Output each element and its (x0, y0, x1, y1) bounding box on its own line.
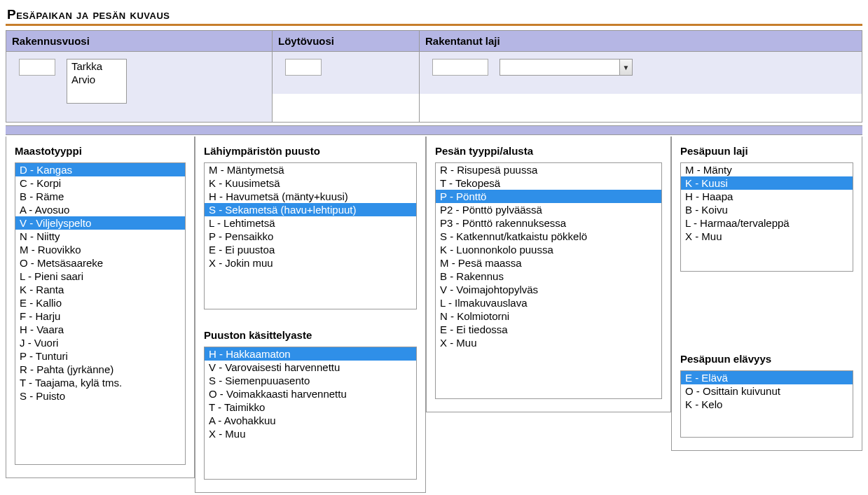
chevron-down-icon: ▼ (619, 60, 632, 75)
rakennusvuosi-precision-list[interactable]: TarkkaArvio (67, 59, 127, 104)
pesatyyppi-label: Pesän tyyppi/alusta (435, 145, 662, 157)
list-item[interactable]: K - Kuusi (681, 176, 853, 190)
rakentanut-laji-dropdown[interactable]: ▼ (500, 59, 633, 76)
list-item[interactable]: P - Tunturi (15, 349, 185, 363)
list-item[interactable]: P - Pensaikko (205, 230, 416, 243)
list-item[interactable]: R - Pahta (jyrkänne) (15, 363, 185, 376)
list-item[interactable]: P2 - Pönttö pylväässä (436, 203, 661, 216)
list-item[interactable]: B - Räme (15, 190, 185, 203)
list-item[interactable]: O - Metsäsaareke (15, 256, 185, 270)
list-item[interactable]: M - Mänty (681, 163, 853, 176)
rakennusvuosi-label: Rakennusvuosi (6, 31, 272, 52)
col-pesapuu: Pesäpuun laji M - MäntyK - KuusiH - Haap… (671, 137, 862, 451)
list-item[interactable]: E - Kallio (15, 296, 185, 309)
list-item[interactable]: P3 - Pönttö rakennuksessa (436, 216, 661, 230)
list-item[interactable]: F - Harju (15, 309, 185, 323)
rakentanut-laji-dropdown-value (500, 60, 619, 75)
list-item[interactable]: L - Ilmakuvauslava (436, 296, 661, 309)
rakentanut-laji-label: Rakentanut laji (420, 31, 862, 52)
elavyys-label: Pesäpuun elävyys (680, 353, 853, 365)
list-item[interactable]: S - Sekametsä (havu+lehtipuut) (205, 203, 416, 216)
list-item[interactable]: O - Voimakkaasti harvennettu (205, 387, 416, 400)
list-item[interactable]: A - Avosuo (15, 203, 185, 216)
kasittely-label: Puuston käsittelyaste (204, 329, 417, 341)
list-item[interactable]: T - Tekopesä (436, 176, 661, 190)
list-item[interactable]: L - Lehtimetsä (205, 216, 416, 230)
list-item[interactable]: B - Koivu (681, 203, 853, 216)
list-item[interactable]: R - Risupesä puussa (436, 163, 661, 176)
columns: Maastotyyppi D - KangasC - KorpiB - Räme… (6, 135, 862, 493)
list-item[interactable]: M - Mäntymetsä (205, 163, 416, 176)
maastotyyppi-label: Maastotyyppi (15, 145, 186, 157)
list-item[interactable]: M - Pesä maassa (436, 256, 661, 270)
list-item[interactable]: X - Jokin muu (205, 256, 416, 270)
list-item[interactable]: X - Muu (205, 427, 416, 440)
list-item[interactable]: O - Osittain kuivunut (681, 384, 853, 398)
list-item[interactable]: A - Avohakkuu (205, 414, 416, 427)
list-item[interactable]: X - Muu (436, 336, 661, 349)
list-item[interactable]: C - Korpi (15, 176, 185, 190)
list-item[interactable]: S - Katkennut/katkaistu pökkelö (436, 230, 661, 243)
list-item[interactable]: L - Harmaa/tervaleppä (681, 216, 853, 230)
list-item[interactable]: Tarkka (67, 60, 126, 73)
list-item[interactable]: Arvio (67, 73, 126, 86)
list-item[interactable]: T - Taajama, kylä tms. (15, 376, 185, 389)
col-pesatyyppi: Pesän tyyppi/alusta R - Risupesä puussaT… (426, 137, 671, 412)
puusto-label: Lähiympäristön puusto (204, 145, 417, 157)
list-item[interactable]: V - Viljelyspelto (15, 216, 185, 230)
col-maastotyyppi: Maastotyyppi D - KangasC - KorpiB - Räme… (6, 137, 195, 478)
kasittely-list[interactable]: H - HakkaamatonV - Varovaisesti harvenne… (204, 347, 417, 480)
list-item[interactable]: V - Voimajohtopylväs (436, 283, 661, 296)
list-item[interactable]: N - Kolmiotorni (436, 309, 661, 323)
rakennusvuosi-input[interactable] (19, 59, 55, 76)
list-item[interactable]: E - Elävä (681, 371, 853, 384)
list-item[interactable]: S - Puisto (15, 389, 185, 403)
list-item[interactable]: H - Hakkaamaton (205, 347, 416, 361)
list-item[interactable]: K - Ranta (15, 283, 185, 296)
divider (6, 125, 862, 135)
pesapuu-label: Pesäpuun laji (680, 145, 853, 157)
list-item[interactable]: P - Pönttö (436, 190, 661, 203)
list-item[interactable]: E - Ei tiedossa (436, 323, 661, 336)
loytovuosi-input[interactable] (285, 59, 322, 76)
list-item[interactable]: M - Ruovikko (15, 243, 185, 256)
list-item[interactable]: H - Haapa (681, 190, 853, 203)
col-puusto: Lähiympäristön puusto M - MäntymetsäK - … (195, 137, 426, 493)
list-item[interactable]: K - Luonnonkolo puussa (436, 243, 661, 256)
rakentanut-laji-code-input[interactable] (432, 59, 488, 76)
list-item[interactable]: X - Muu (681, 230, 853, 243)
pesatyyppi-list[interactable]: R - Risupesä puussaT - TekopesäP - Pöntt… (435, 162, 662, 399)
list-item[interactable]: L - Pieni saari (15, 270, 185, 283)
puusto-list[interactable]: M - MäntymetsäK - KuusimetsäH - Havumets… (204, 162, 417, 309)
list-item[interactable]: N - Niitty (15, 230, 185, 243)
list-item[interactable]: H - Havumetsä (mänty+kuusi) (205, 190, 416, 203)
list-item[interactable]: T - Taimikko (205, 400, 416, 414)
loytovuosi-label: Löytövuosi (273, 31, 419, 52)
list-item[interactable]: E - Ei puustoa (205, 243, 416, 256)
pesapuu-list[interactable]: M - MäntyK - KuusiH - HaapaB - KoivuL - … (680, 162, 853, 272)
list-item[interactable]: J - Vuori (15, 336, 185, 349)
section-title: Pesäpaikan ja pesän kuvaus (6, 6, 862, 26)
elavyys-list[interactable]: E - EläväO - Osittain kuivunutK - Kelo (680, 370, 853, 438)
list-item[interactable]: B - Rakennus (436, 270, 661, 283)
list-item[interactable]: S - Siemenpuuasento (205, 374, 416, 387)
list-item[interactable]: V - Varovaisesti harvennettu (205, 361, 416, 374)
top-panel: Rakennusvuosi TarkkaArvio Löytövuosi Rak… (6, 30, 862, 123)
list-item[interactable]: H - Vaara (15, 323, 185, 336)
list-item[interactable]: D - Kangas (15, 163, 185, 176)
list-item[interactable]: K - Kelo (681, 398, 853, 411)
maastotyyppi-list[interactable]: D - KangasC - KorpiB - RämeA - AvosuoV -… (15, 162, 186, 465)
list-item[interactable]: K - Kuusimetsä (205, 176, 416, 190)
